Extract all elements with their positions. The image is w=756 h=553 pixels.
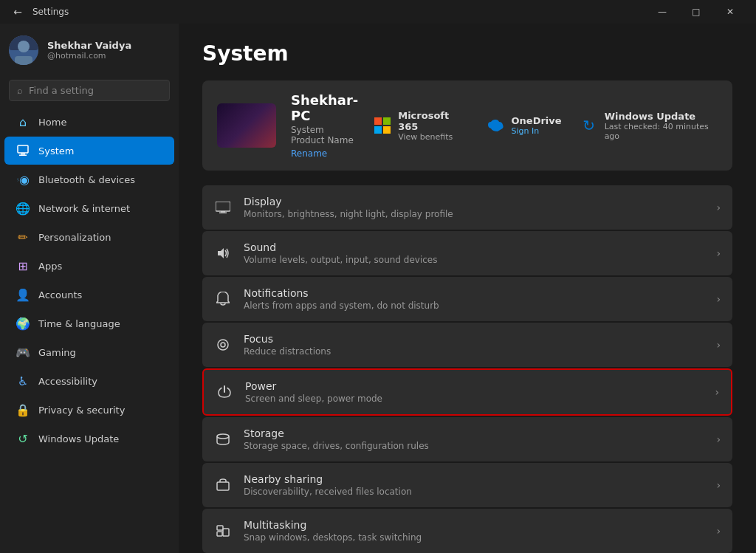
microsoft365-sub: View benefits bbox=[398, 132, 467, 142]
sidebar-item-update[interactable]: ↺ Windows Update bbox=[4, 425, 174, 453]
sound-name: Sound bbox=[244, 241, 704, 253]
svg-rect-3 bbox=[15, 56, 32, 65]
settings-item-multitasking[interactable]: Multitasking Snap windows, desktops, tas… bbox=[202, 509, 732, 553]
svg-rect-8 bbox=[383, 117, 391, 125]
storage-chevron: › bbox=[716, 433, 721, 445]
user-info: Shekhar Vaidya @hotmail.com bbox=[47, 40, 170, 61]
sidebar-label-home: Home bbox=[38, 117, 66, 128]
settings-item-nearby[interactable]: Nearby sharing Discoverability, received… bbox=[202, 463, 732, 507]
microsoft365-icon bbox=[373, 115, 392, 136]
display-desc: Monitors, brightness, night light, displ… bbox=[244, 209, 704, 219]
multitasking-icon bbox=[214, 522, 232, 540]
onedrive-info: OneDrive Sign In bbox=[512, 115, 562, 136]
user-section[interactable]: Shekhar Vaidya @hotmail.com bbox=[0, 24, 179, 77]
settings-item-notifications[interactable]: Notifications Alerts from apps and syste… bbox=[202, 277, 732, 321]
windows-update-info: Windows Update Last checked: 40 minutes … bbox=[605, 111, 718, 141]
windows-update-link[interactable]: ↻ Windows Update Last checked: 40 minute… bbox=[580, 110, 718, 142]
search-input[interactable] bbox=[29, 85, 162, 96]
svg-point-2 bbox=[18, 41, 30, 52]
system-thumbnail bbox=[217, 103, 276, 148]
sidebar-item-gaming[interactable]: 🎮 Gaming bbox=[4, 338, 174, 366]
sidebar-label-system: System bbox=[38, 145, 74, 157]
main-content: System Shekhar-PC System Product Name Re… bbox=[179, 24, 756, 553]
sidebar-item-bluetooth[interactable]: ◉ Bluetooth & devices bbox=[4, 165, 174, 193]
settings-list: Display Monitors, brightness, night ligh… bbox=[202, 185, 732, 553]
sidebar-label-time: Time & language bbox=[38, 318, 120, 329]
nearby-name: Nearby sharing bbox=[244, 473, 704, 485]
display-icon bbox=[214, 199, 232, 216]
svg-rect-20 bbox=[223, 529, 229, 536]
power-text: Power Screen and sleep, power mode bbox=[245, 380, 703, 404]
privacy-icon: 🔒 bbox=[16, 403, 30, 416]
nearby-chevron: › bbox=[716, 479, 721, 491]
user-email: @hotmail.com bbox=[47, 51, 170, 61]
multitasking-text: Multitasking Snap windows, desktops, tas… bbox=[244, 519, 704, 543]
settings-item-storage[interactable]: Storage Storage space, drives, configura… bbox=[202, 417, 732, 461]
microsoft365-link[interactable]: Microsoft 365 View benefits bbox=[373, 110, 467, 142]
onedrive-sub: Sign In bbox=[512, 126, 562, 136]
close-button[interactable]: ✕ bbox=[713, 0, 747, 24]
system-pc-name: Shekhar-PC bbox=[291, 92, 358, 123]
microsoft365-info: Microsoft 365 View benefits bbox=[398, 110, 467, 142]
settings-item-focus[interactable]: Focus Reduce distractions › bbox=[202, 323, 732, 367]
focus-chevron: › bbox=[716, 339, 721, 351]
svg-rect-4 bbox=[18, 145, 28, 153]
notifications-icon bbox=[214, 290, 232, 308]
settings-item-display[interactable]: Display Monitors, brightness, night ligh… bbox=[202, 185, 732, 230]
sidebar-item-accessibility[interactable]: ♿ Accessibility bbox=[4, 367, 174, 395]
window-title: Settings bbox=[32, 7, 645, 17]
main-layout: Shekhar Vaidya @hotmail.com ⌕ ⌂ Home bbox=[0, 24, 756, 553]
svg-rect-21 bbox=[217, 532, 222, 536]
power-desc: Screen and sleep, power mode bbox=[245, 394, 703, 404]
back-button[interactable]: ← bbox=[9, 3, 27, 21]
svg-point-16 bbox=[221, 343, 225, 347]
notifications-text: Notifications Alerts from apps and syste… bbox=[244, 287, 704, 311]
multitasking-chevron: › bbox=[716, 525, 721, 537]
sidebar-item-accounts[interactable]: 👤 Accounts bbox=[4, 281, 174, 309]
display-name: Display bbox=[244, 196, 704, 207]
time-icon: 🌍 bbox=[16, 317, 30, 330]
sound-desc: Volume levels, output, input, sound devi… bbox=[244, 255, 704, 265]
minimize-button[interactable]: — bbox=[645, 0, 679, 24]
settings-item-power[interactable]: Power Screen and sleep, power mode › bbox=[202, 368, 732, 416]
search-container: ⌕ bbox=[0, 77, 179, 107]
sidebar-item-apps[interactable]: ⊞ Apps bbox=[4, 252, 174, 280]
sidebar-label-privacy: Privacy & security bbox=[38, 405, 125, 416]
sound-chevron: › bbox=[716, 247, 721, 259]
avatar bbox=[9, 35, 38, 65]
settings-window: ← Settings — □ ✕ Shek bbox=[0, 0, 756, 553]
window-controls: — □ ✕ bbox=[645, 0, 747, 24]
system-card: Shekhar-PC System Product Name Rename bbox=[202, 80, 732, 171]
sidebar-item-personalization[interactable]: ✏ Personalization bbox=[4, 223, 174, 251]
onedrive-name: OneDrive bbox=[512, 115, 562, 126]
display-text: Display Monitors, brightness, night ligh… bbox=[244, 196, 704, 219]
user-name: Shekhar Vaidya bbox=[47, 40, 170, 51]
svg-rect-12 bbox=[221, 211, 225, 213]
power-icon bbox=[216, 383, 233, 401]
storage-desc: Storage space, drives, configuration rul… bbox=[244, 441, 704, 451]
svg-rect-13 bbox=[219, 213, 227, 214]
focus-name: Focus bbox=[244, 333, 704, 345]
sidebar-item-home[interactable]: ⌂ Home bbox=[4, 108, 174, 136]
focus-text: Focus Reduce distractions bbox=[244, 333, 704, 357]
accounts-icon: 👤 bbox=[16, 288, 30, 301]
sidebar: Shekhar Vaidya @hotmail.com ⌕ ⌂ Home bbox=[0, 24, 179, 553]
personalization-icon: ✏ bbox=[16, 230, 30, 244]
sidebar-item-system[interactable]: System bbox=[4, 137, 174, 165]
storage-text: Storage Storage space, drives, configura… bbox=[244, 427, 704, 451]
sidebar-item-time[interactable]: 🌍 Time & language bbox=[4, 309, 174, 337]
settings-item-sound[interactable]: Sound Volume levels, output, input, soun… bbox=[202, 231, 732, 275]
accessibility-icon: ♿ bbox=[16, 374, 30, 388]
rename-link[interactable]: Rename bbox=[291, 148, 358, 159]
onedrive-link[interactable]: OneDrive Sign In bbox=[485, 110, 562, 142]
sidebar-label-network: Network & internet bbox=[38, 203, 130, 214]
home-icon: ⌂ bbox=[16, 115, 30, 128]
maximize-button[interactable]: □ bbox=[679, 0, 713, 24]
multitasking-name: Multitasking bbox=[244, 519, 704, 531]
svg-rect-9 bbox=[374, 126, 382, 134]
notifications-name: Notifications bbox=[244, 287, 704, 299]
svg-rect-19 bbox=[217, 526, 223, 530]
svg-rect-5 bbox=[21, 154, 25, 155]
sidebar-item-network[interactable]: 🌐 Network & internet bbox=[4, 194, 174, 222]
sidebar-item-privacy[interactable]: 🔒 Privacy & security bbox=[4, 396, 174, 424]
